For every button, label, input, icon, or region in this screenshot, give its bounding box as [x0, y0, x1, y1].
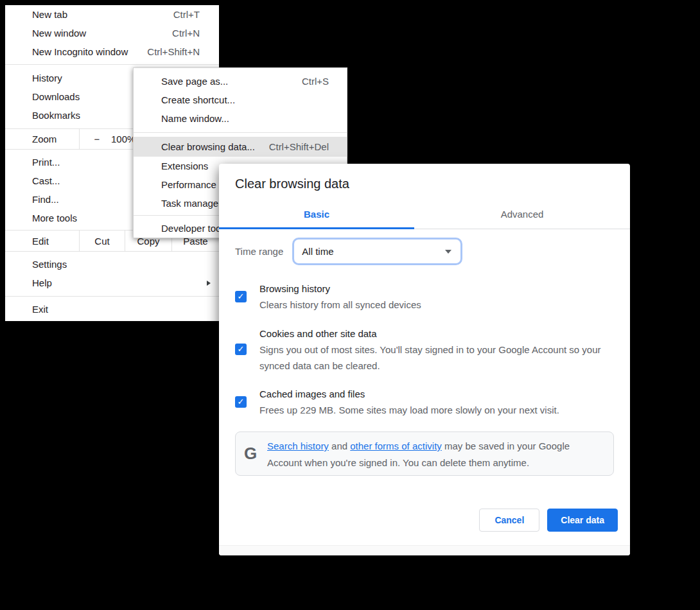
menu-item-label: New window: [32, 28, 86, 39]
zoom-label: Zoom: [5, 134, 79, 144]
menu-shortcut: Ctrl+T: [173, 9, 200, 20]
submenu-item-create-shortcut[interactable]: Create shortcut...: [134, 91, 347, 109]
menu-item-label: Bookmarks: [32, 110, 80, 121]
menu-item-label: New Incognito window: [32, 46, 128, 57]
dialog-tabbar: Basic Advanced: [219, 199, 630, 229]
submenu-item-name-window[interactable]: Name window...: [134, 109, 347, 128]
dialog-title: Clear browsing data: [235, 174, 349, 193]
menu-item-label: Developer tools: [161, 223, 228, 234]
cancel-button[interactable]: Cancel: [479, 509, 539, 532]
checkbox-label: Browsing history: [259, 281, 614, 297]
menu-item-label: Extensions: [161, 161, 208, 171]
submenu-arrow-icon: [207, 281, 211, 286]
submenu-item-clear-browsing-data[interactable]: Clear browsing data... Ctrl+Shift+Del: [134, 137, 347, 157]
tab-basic[interactable]: Basic: [219, 199, 414, 229]
menu-item-label: Clear browsing data...: [161, 141, 255, 152]
checkbox-description: Frees up 229 MB. Some sites may load mor…: [259, 402, 614, 418]
checkmark-icon: ✓: [238, 344, 245, 355]
checkbox-text-block: Cached images and files Frees up 229 MB.…: [259, 386, 614, 418]
checkbox-label: Cached images and files: [259, 386, 614, 402]
search-history-link[interactable]: Search history: [267, 440, 329, 451]
checkbox-label: Cookies and other site data: [259, 326, 614, 342]
menu-shortcut: Ctrl+Shift+N: [147, 46, 200, 57]
screen: New tab Ctrl+T New window Ctrl+N New Inc…: [0, 0, 700, 610]
menu-item-label: Exit: [32, 304, 48, 315]
google-account-notice: G Search history and other forms of acti…: [235, 431, 614, 476]
time-range-label: Time range: [235, 246, 283, 257]
menu-separator: [134, 132, 347, 133]
checkbox-row-cached-images: ✓ Cached images and files Frees up 229 M…: [235, 386, 614, 418]
menu-shortcut: Ctrl+S: [302, 76, 329, 87]
checkmark-icon: ✓: [238, 291, 245, 302]
notice-text: Search history and other forms of activi…: [267, 432, 591, 475]
menu-item-label: Performance: [161, 179, 216, 190]
time-range-value: All time: [302, 246, 333, 257]
dialog-bottom-strip: [219, 545, 630, 555]
checkbox-row-browsing-history: ✓ Browsing history Clears history from a…: [235, 281, 614, 313]
other-forms-of-activity-link[interactable]: other forms of activity: [350, 440, 442, 451]
menu-item-new-incognito-window[interactable]: New Incognito window Ctrl+Shift+N: [5, 42, 219, 61]
menu-item-exit[interactable]: Exit: [5, 300, 219, 318]
menu-item-new-window[interactable]: New window Ctrl+N: [5, 24, 219, 42]
time-range-row: Time range All time: [235, 238, 462, 265]
submenu-item-save-page-as[interactable]: Save page as... Ctrl+S: [134, 72, 347, 91]
menu-item-label: New tab: [32, 9, 67, 20]
menu-shortcut: Ctrl+N: [172, 28, 200, 39]
google-g-icon: G: [244, 444, 261, 464]
edit-cut-button[interactable]: Cut: [79, 231, 125, 251]
menu-item-label: Cast...: [32, 175, 60, 186]
cookies-checkbox[interactable]: ✓: [235, 344, 247, 355]
tab-advanced-label: Advanced: [501, 209, 544, 220]
tab-advanced[interactable]: Advanced: [414, 199, 630, 229]
menu-item-settings[interactable]: Settings: [5, 255, 219, 274]
clear-data-button[interactable]: Clear data: [547, 509, 618, 532]
checkbox-text-block: Cookies and other site data Signs you ou…: [259, 326, 614, 374]
menu-item-label: More tools: [32, 213, 77, 223]
browsing-history-checkbox[interactable]: ✓: [235, 291, 247, 302]
checkmark-icon: ✓: [238, 396, 245, 408]
checkbox-description: Clears history from all synced devices: [259, 297, 614, 313]
menu-item-label: Save page as...: [161, 76, 228, 87]
zoom-level: 100%: [111, 134, 136, 144]
menu-item-label: Print...: [32, 157, 60, 168]
menu-separator: [5, 296, 219, 297]
menu-item-label: Create shortcut...: [161, 94, 235, 105]
menu-item-new-tab[interactable]: New tab Ctrl+T: [5, 5, 219, 24]
checkbox-description: Signs you out of most sites. You'll stay…: [259, 342, 614, 374]
menu-separator: [5, 251, 219, 252]
menu-item-label: Task manager: [161, 198, 222, 209]
clear-browsing-data-dialog: Clear browsing data Basic Advanced Time …: [219, 164, 630, 555]
zoom-out-button[interactable]: −: [93, 134, 101, 144]
dialog-buttons: Cancel Clear data: [479, 509, 618, 532]
notice-text-and: and: [329, 440, 350, 451]
tab-basic-label: Basic: [304, 209, 329, 220]
chevron-down-icon: [445, 250, 451, 254]
menu-separator: [5, 64, 219, 65]
cached-images-checkbox[interactable]: ✓: [235, 396, 247, 408]
checkbox-row-cookies: ✓ Cookies and other site data Signs you …: [235, 326, 614, 374]
menu-item-label: Find...: [32, 194, 59, 205]
checkbox-text-block: Browsing history Clears history from all…: [259, 281, 614, 313]
time-range-dropdown[interactable]: All time: [292, 238, 462, 265]
menu-item-label: History: [32, 73, 62, 83]
menu-item-label: Settings: [32, 259, 67, 270]
menu-item-label: Name window...: [161, 113, 229, 124]
menu-item-help[interactable]: Help: [5, 274, 219, 292]
menu-item-label: Downloads: [32, 91, 80, 102]
menu-vertical-divider: [79, 129, 80, 149]
edit-label: Edit: [5, 231, 79, 251]
menu-shortcut: Ctrl+Shift+Del: [269, 141, 329, 152]
menu-item-label: Help: [32, 277, 52, 288]
